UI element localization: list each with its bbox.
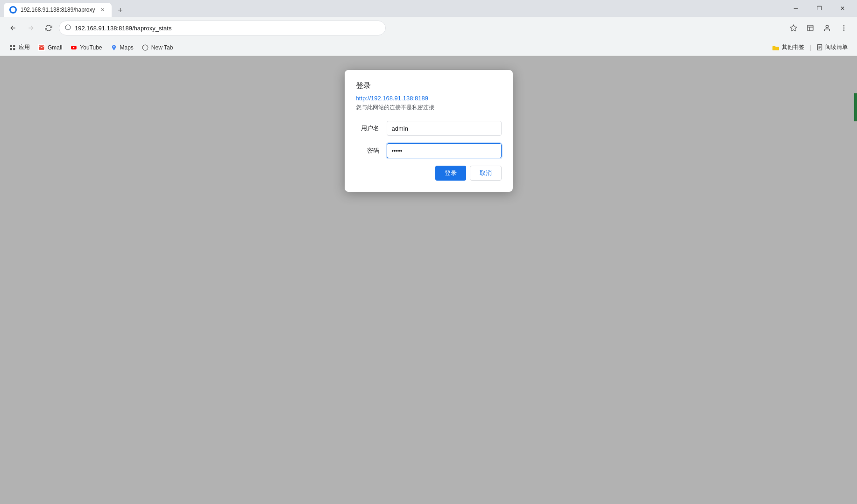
bookmark-newtab-label: New Tab <box>151 44 173 51</box>
bookmarks-bar: 应用 Gmail YouTube Maps <box>0 39 857 56</box>
profile-button[interactable] <box>820 21 835 35</box>
bookmark-star-button[interactable] <box>786 21 801 35</box>
tab-favicon <box>9 6 17 14</box>
dialog-overlay: 登录 http://192.168.91.138:8189 您与此网站的连接不是… <box>0 56 857 504</box>
svg-point-6 <box>843 26 844 26</box>
reader-icon <box>817 44 822 51</box>
bookmark-gmail-label: Gmail <box>48 44 62 51</box>
svg-point-8 <box>843 30 844 30</box>
auth-dialog: 登录 http://192.168.91.138:8189 您与此网站的连接不是… <box>345 70 513 192</box>
maps-icon <box>111 44 117 51</box>
svg-point-15 <box>142 45 148 50</box>
tab-strip: 192.168.91.138:8189/haproxy ✕ + <box>4 0 783 17</box>
bookmark-newtab[interactable]: New Tab <box>138 42 177 53</box>
circle-icon <box>142 44 149 51</box>
bookmark-apps-label: 应用 <box>19 43 30 51</box>
folder-icon <box>772 45 779 50</box>
new-tab-button[interactable]: + <box>113 4 127 17</box>
bookmark-maps-label: Maps <box>120 44 134 51</box>
svg-rect-9 <box>10 45 12 47</box>
dialog-actions: 登录 取消 <box>356 166 502 181</box>
active-tab[interactable]: 192.168.91.138:8189/haproxy ✕ <box>4 3 112 17</box>
other-bookmarks-label: 其他书签 <box>782 43 804 51</box>
dialog-description: 您与此网站的连接不是私密连接 <box>356 104 502 112</box>
svg-point-5 <box>826 25 828 28</box>
bookmark-apps[interactable]: 应用 <box>6 42 34 53</box>
svg-rect-12 <box>13 48 15 50</box>
address-text: 192.168.91.138:8189/haproxy_stats <box>75 25 380 32</box>
window-controls: ─ ❐ ✕ <box>785 1 853 16</box>
tab-title: 192.168.91.138:8189/haproxy <box>21 7 95 13</box>
username-input[interactable] <box>387 121 502 136</box>
nav-right <box>786 21 851 35</box>
grid-icon <box>9 44 16 51</box>
other-bookmarks[interactable]: 其他书签 <box>769 42 808 53</box>
browser-window: 192.168.91.138:8189/haproxy ✕ + ─ ❐ ✕ <box>0 0 857 504</box>
address-bar[interactable]: 192.168.91.138:8189/haproxy_stats <box>59 21 386 35</box>
forward-button[interactable] <box>23 21 38 35</box>
svg-rect-4 <box>807 25 813 31</box>
reading-list[interactable]: 阅读清单 <box>813 42 851 53</box>
restore-button[interactable]: ❐ <box>808 1 830 16</box>
extension-button[interactable] <box>803 21 818 35</box>
secure-icon <box>65 24 71 32</box>
youtube-icon <box>71 44 77 51</box>
dialog-url: http://192.168.91.138:8189 <box>356 95 502 102</box>
title-bar: 192.168.91.138:8189/haproxy ✕ + ─ ❐ ✕ <box>0 0 857 17</box>
minimize-button[interactable]: ─ <box>785 1 807 16</box>
username-label: 用户名 <box>356 124 379 133</box>
bookmark-maps[interactable]: Maps <box>107 42 137 53</box>
cancel-button[interactable]: 取消 <box>470 166 502 181</box>
page-content: 登录 http://192.168.91.138:8189 您与此网站的连接不是… <box>0 56 857 504</box>
close-button[interactable]: ✕ <box>832 1 853 16</box>
bookmark-gmail[interactable]: Gmail <box>35 42 66 53</box>
login-button[interactable]: 登录 <box>435 166 466 181</box>
bookmark-youtube-label: YouTube <box>80 44 102 51</box>
password-row: 密码 <box>356 143 502 158</box>
password-label: 密码 <box>356 147 379 155</box>
password-input[interactable] <box>387 143 502 158</box>
menu-button[interactable] <box>836 21 851 35</box>
svg-rect-11 <box>10 48 12 50</box>
dialog-title: 登录 <box>356 81 502 91</box>
back-button[interactable] <box>6 21 21 35</box>
svg-rect-10 <box>13 45 15 47</box>
tab-close-button[interactable]: ✕ <box>99 6 106 14</box>
tab-favicon-inner <box>11 7 15 12</box>
bookmarks-right: 其他书签 | 阅读清单 <box>769 42 851 53</box>
divider: | <box>810 44 811 51</box>
svg-marker-3 <box>790 25 796 31</box>
username-row: 用户名 <box>356 121 502 136</box>
gmail-icon <box>38 44 45 51</box>
reading-list-label: 阅读清单 <box>825 43 848 51</box>
svg-point-7 <box>843 28 844 28</box>
refresh-button[interactable] <box>41 21 56 35</box>
nav-bar: 192.168.91.138:8189/haproxy_stats <box>0 17 857 39</box>
bookmark-youtube[interactable]: YouTube <box>67 42 106 53</box>
